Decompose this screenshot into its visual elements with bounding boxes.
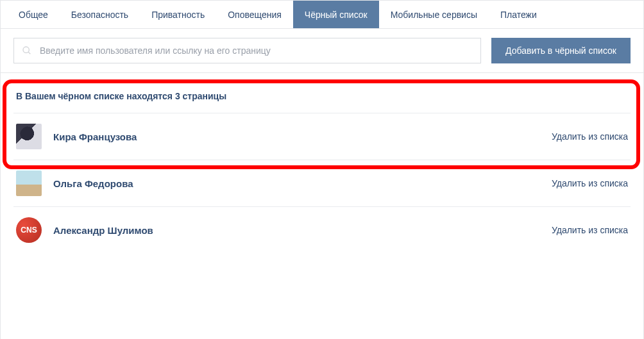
search-icon: [22, 45, 32, 56]
user-name-link[interactable]: Кира Французова: [53, 131, 552, 142]
tab-6[interactable]: Платежи: [489, 1, 548, 28]
blacklist-content: В Вашем чёрном списке находятся 3 страни…: [1, 73, 643, 339]
remove-from-list-link[interactable]: Удалить из списка: [552, 225, 628, 235]
user-name-link[interactable]: Ольга Федорова: [53, 178, 552, 189]
user-name-link[interactable]: Александр Шулимов: [53, 225, 552, 236]
remove-from-list-link[interactable]: Удалить из списка: [552, 178, 628, 188]
avatar[interactable]: [16, 124, 42, 149]
user-list: Кира ФранцузоваУдалить из спискаОльга Фе…: [13, 113, 631, 253]
svg-point-0: [23, 47, 29, 53]
avatar[interactable]: CNS: [16, 217, 42, 243]
search-field-wrap: [13, 38, 481, 63]
remove-from-list-link[interactable]: Удалить из списка: [552, 131, 628, 142]
svg-line-1: [28, 52, 30, 54]
avatar[interactable]: [16, 170, 42, 196]
tab-2[interactable]: Приватность: [140, 1, 216, 28]
tab-4[interactable]: Чёрный список: [293, 1, 379, 28]
tab-5[interactable]: Мобильные сервисы: [379, 1, 489, 28]
tab-3[interactable]: Оповещения: [216, 1, 293, 28]
blacklist-toolbar: Добавить в чёрный список: [1, 29, 643, 73]
blacklist-title: В Вашем чёрном списке находятся 3 страни…: [13, 73, 631, 113]
add-to-blacklist-button[interactable]: Добавить в чёрный список: [491, 38, 631, 63]
settings-page: ОбщееБезопасностьПриватностьОповещенияЧё…: [0, 0, 644, 339]
tabs-bar: ОбщееБезопасностьПриватностьОповещенияЧё…: [1, 1, 643, 29]
list-item: Ольга ФедороваУдалить из списка: [13, 160, 631, 206]
list-item: Кира ФранцузоваУдалить из списка: [13, 113, 631, 160]
tab-1[interactable]: Безопасность: [60, 1, 140, 28]
search-input[interactable]: [40, 45, 473, 56]
list-item: CNSАлександр ШулимовУдалить из списка: [13, 206, 631, 253]
tab-0[interactable]: Общее: [7, 1, 60, 28]
